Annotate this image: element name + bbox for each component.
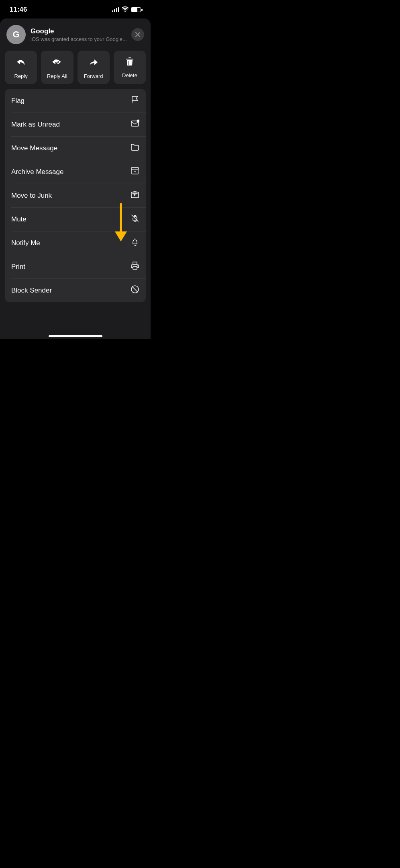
mark-unread-menu-item[interactable]: Mark as Unread [5, 113, 146, 136]
delete-label: Delete [122, 72, 137, 78]
svg-rect-9 [133, 266, 137, 269]
avatar: G [6, 25, 26, 44]
move-message-label: Move Message [11, 144, 57, 152]
bell-icon [131, 237, 139, 248]
forward-button[interactable]: Forward [78, 51, 110, 84]
flag-icon [131, 95, 139, 106]
forward-label: Forward [84, 73, 103, 79]
print-label: Print [11, 263, 25, 271]
status-icons [112, 6, 143, 13]
archive-label: Archive Message [11, 168, 63, 176]
svg-point-1 [137, 120, 140, 123]
svg-point-10 [137, 266, 138, 266]
move-message-menu-item[interactable]: Move Message [5, 136, 146, 160]
context-menu-container: G Google iOS was granted access to your … [0, 18, 151, 332]
svg-rect-2 [131, 168, 139, 169]
reply-all-icon [51, 56, 63, 70]
svg-line-12 [132, 287, 138, 292]
mark-unread-label: Mark as Unread [11, 121, 60, 129]
block-icon [131, 285, 139, 296]
status-time: 11:46 [10, 6, 27, 14]
flag-label: Flag [11, 97, 24, 105]
battery-icon [131, 7, 143, 12]
status-bar: 11:46 [0, 0, 151, 17]
action-buttons-row: Reply Reply All Forward [0, 51, 151, 84]
block-sender-menu-item[interactable]: Block Sender [5, 278, 146, 302]
bell-slash-icon [131, 214, 139, 225]
email-sender: Google [31, 27, 131, 35]
trash-icon [124, 56, 135, 69]
signal-icon [112, 7, 119, 12]
close-button[interactable] [131, 28, 144, 41]
folder-icon [131, 143, 139, 154]
wifi-icon [122, 6, 129, 13]
block-sender-label: Block Sender [11, 287, 52, 295]
forward-icon [88, 56, 99, 70]
flag-menu-item[interactable]: Flag [5, 89, 146, 113]
reply-all-label: Reply All [47, 73, 67, 79]
svg-rect-8 [133, 262, 137, 264]
reply-icon [15, 56, 27, 70]
archive-icon [131, 166, 139, 177]
move-junk-menu-item[interactable]: Move to Junk [5, 184, 146, 207]
printer-icon [131, 261, 139, 272]
reply-all-button[interactable]: Reply All [41, 51, 73, 84]
delete-button[interactable]: Delete [114, 51, 146, 84]
junk-icon [131, 190, 139, 201]
mute-menu-item[interactable]: Mute [5, 207, 146, 231]
email-info: Google iOS was granted access to your Go… [31, 27, 131, 42]
email-preview: iOS was granted access to your Google... [31, 36, 131, 42]
envelope-dot-icon [131, 119, 139, 130]
email-header: G Google iOS was granted access to your … [0, 18, 151, 51]
archive-menu-item[interactable]: Archive Message [5, 160, 146, 184]
home-bar [49, 335, 102, 337]
move-junk-label: Move to Junk [11, 192, 52, 200]
reply-button[interactable]: Reply [5, 51, 37, 84]
mute-label: Mute [11, 215, 27, 223]
print-menu-item[interactable]: Print [5, 255, 146, 278]
notify-me-label: Notify Me [11, 239, 40, 247]
notify-me-menu-item[interactable]: Notify Me [5, 231, 146, 255]
menu-items-list: Flag Mark as Unread Move Message [0, 89, 151, 302]
home-indicator [0, 332, 151, 339]
reply-label: Reply [14, 73, 28, 79]
